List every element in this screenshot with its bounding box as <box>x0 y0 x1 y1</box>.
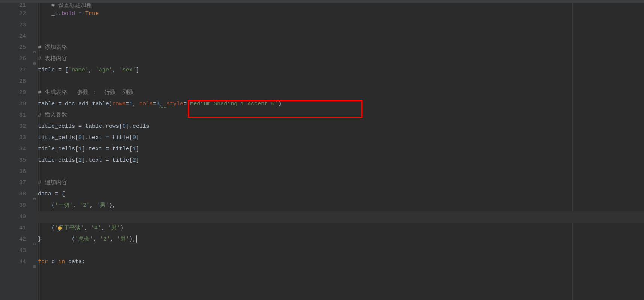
text: '4' <box>91 225 101 231</box>
line-number: 32 <box>6 121 26 132</box>
text: rows <box>112 101 126 107</box>
text: _t. <box>38 11 62 17</box>
text: ] <box>136 67 139 73</box>
left-margin <box>0 3 6 300</box>
code-line[interactable]: # 插入参数 <box>38 110 644 121</box>
text: table = doc.add_table( <box>38 101 112 107</box>
code-line[interactable]: # 添加表格 <box>38 42 644 53</box>
code-line[interactable] <box>38 76 644 87</box>
text: title_cells[ <box>38 146 78 152</box>
text: 0 <box>122 123 126 130</box>
text: for <box>38 259 51 265</box>
text: # 设置标题加粗 <box>38 3 92 8</box>
code-line[interactable]: } <box>38 234 644 245</box>
code-line[interactable]: # 追加内容 <box>38 177 644 189</box>
code-line[interactable]: ('一切', '2', '男'), <box>38 200 644 211</box>
text: d <box>51 259 58 265</box>
line-number: 22 <box>6 8 26 20</box>
code-line[interactable]: # 表格内容 <box>38 53 644 65</box>
text: # 插入参数 <box>38 112 67 118</box>
text: ( <box>38 202 55 209</box>
text: ].text = title[ <box>82 146 133 152</box>
line-number: 34 <box>6 144 26 155</box>
text: '男' <box>97 202 109 209</box>
line-number: 24 <box>6 31 26 42</box>
line-number: 23 <box>6 20 26 31</box>
text: ), <box>109 202 116 209</box>
text: title_cells[ <box>38 157 78 164</box>
fold-start-icon[interactable]: ⊟ <box>33 197 36 201</box>
line-number: 41 <box>6 223 26 234</box>
text: # 生成表格 参数 ： 行数 列数 <box>38 89 134 96</box>
code-line[interactable]: ('归于平淡', '4', '男') <box>38 223 644 234</box>
line-number: 35 <box>6 155 26 166</box>
text: ] <box>136 146 139 152</box>
fold-start-icon[interactable]: ⊟ <box>33 50 36 55</box>
line-number: 31 <box>6 110 26 121</box>
text: , <box>112 67 119 73</box>
text: # 表格内容 <box>38 56 67 62</box>
text: title = [ <box>38 67 68 73</box>
line-number: 39 <box>6 200 26 211</box>
text: '归于平淡' <box>55 225 84 231</box>
line-number: 25 <box>6 42 26 53</box>
text: in <box>58 259 68 265</box>
code-line[interactable]: title_cells[2].text = title[2] <box>38 155 644 166</box>
line-number: 38 <box>6 189 26 200</box>
code-line[interactable]: title_cells = table.rows[0].cells <box>38 121 644 132</box>
text: = <box>126 101 129 107</box>
text: ] <box>136 157 139 164</box>
text: ].text = title[ <box>82 157 133 164</box>
text: 2 <box>78 157 82 164</box>
text: = <box>183 101 187 107</box>
text: ] <box>136 135 139 141</box>
code-line[interactable]: # 设置标题加粗 <box>38 3 644 8</box>
text: , <box>133 101 139 107</box>
line-number: 28 <box>6 76 26 87</box>
code-line-current[interactable]: ('总会', '2', '男'), <box>38 211 644 223</box>
line-number: 33 <box>6 132 26 144</box>
code-line[interactable] <box>38 166 644 177</box>
text: '男' <box>108 225 120 231</box>
text: 2 <box>133 157 136 164</box>
code-line[interactable]: data = { <box>38 189 644 200</box>
line-number: 36 <box>6 166 26 177</box>
text: 'age' <box>95 67 112 73</box>
code-line[interactable]: _t.bold = True <box>38 8 644 20</box>
code-line[interactable]: title = ['name', 'age', 'sex'] <box>38 65 644 76</box>
text: # 追加内容 <box>38 180 67 186</box>
text: 0 <box>78 135 82 141</box>
text: title_cells[ <box>38 135 78 141</box>
text: 1 <box>129 101 133 107</box>
code-area[interactable]: # 设置标题加粗 _t.bold = True # 添加表格 # 表格内容 ti… <box>38 3 644 300</box>
text: 1 <box>133 146 136 152</box>
text: True <box>85 11 99 17</box>
code-line[interactable]: # 生成表格 参数 ： 行数 列数 <box>38 87 644 98</box>
text: data = { <box>38 191 65 197</box>
text: ( <box>38 225 55 231</box>
code-line[interactable] <box>38 31 644 42</box>
line-number: 30 <box>6 98 26 110</box>
line-number: 42 <box>6 234 26 245</box>
fold-start-icon[interactable]: ⊟ <box>33 264 36 269</box>
code-line[interactable]: for d in data: <box>38 256 644 268</box>
text: cols <box>139 101 153 107</box>
text: ) <box>120 225 124 231</box>
text: } <box>38 236 41 242</box>
code-line[interactable] <box>38 245 644 256</box>
text: , <box>84 225 91 231</box>
intention-bulb-icon[interactable] <box>30 214 36 220</box>
text: , <box>89 67 95 73</box>
text: 'Medium Shading 1 Accent 6' <box>187 101 278 107</box>
code-line[interactable]: table = doc.add_table(rows=1, cols=3, st… <box>38 98 644 110</box>
fold-gutter: ⊟ ⊟ ⊟ ⊟ ⊟ <box>33 3 38 300</box>
code-line[interactable]: title_cells[1].text = title[1] <box>38 144 644 155</box>
code-line[interactable] <box>38 20 644 31</box>
text: 'sex' <box>119 67 136 73</box>
code-line[interactable]: title_cells[0].text = title[0] <box>38 132 644 144</box>
text: 0 <box>133 135 136 141</box>
code-editor[interactable]: 2122232425262728293031323334353637383940… <box>0 3 644 300</box>
text: bold <box>62 11 75 17</box>
fold-start-icon[interactable]: ⊟ <box>33 61 36 66</box>
text: '一切' <box>55 202 73 209</box>
